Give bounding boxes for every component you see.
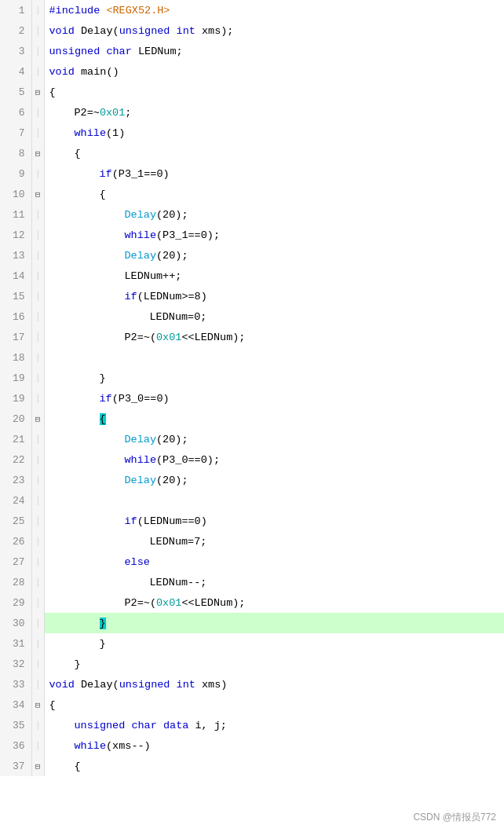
line-number: 14 [0, 266, 31, 286]
fold-indicator: │ [31, 245, 44, 266]
fold-indicator: │ [31, 552, 44, 572]
fold-indicator: │ [31, 102, 44, 123]
fold-indicator: │ [31, 449, 44, 470]
fold-indicator: │ [31, 286, 44, 306]
fold-indicator: │ [31, 674, 44, 695]
code-line: while(P3_1==0); [44, 225, 504, 245]
line-number: 30 [0, 613, 31, 633]
code-line: } [44, 633, 504, 654]
code-line: P2=~(0x01<<LEDNum); [44, 592, 504, 613]
code-line: LEDNum++; [44, 266, 504, 286]
code-line: if(LEDNum>=8) [44, 286, 504, 306]
fold-indicator[interactable]: ⊟ [31, 695, 44, 715]
fold-indicator: │ [31, 388, 44, 409]
line-number: 27 [0, 552, 31, 572]
line-number: 7 [0, 123, 31, 143]
code-line: { [44, 409, 504, 429]
line-number: 36 [0, 735, 31, 756]
code-line: while(1) [44, 123, 504, 143]
line-number: 29 [0, 592, 31, 613]
code-line: #include <REGX52.H> [44, 0, 504, 20]
line-number: 13 [0, 245, 31, 266]
code-line: LEDNum--; [44, 572, 504, 592]
line-number: 26 [0, 531, 31, 552]
fold-indicator: │ [31, 61, 44, 82]
fold-indicator: │ [31, 633, 44, 654]
code-line: while(xms--) [44, 735, 504, 756]
fold-indicator: │ [31, 592, 44, 613]
line-number: 11 [0, 204, 31, 225]
fold-indicator: │ [31, 715, 44, 735]
fold-indicator: │ [31, 654, 44, 674]
code-line: } [44, 368, 504, 388]
code-line: Delay(20); [44, 429, 504, 449]
line-number: 6 [0, 102, 31, 123]
code-line: Delay(20); [44, 470, 504, 490]
line-number: 33 [0, 674, 31, 695]
code-line: } [44, 613, 504, 633]
fold-indicator: │ [31, 225, 44, 245]
line-number: 16 [0, 306, 31, 327]
line-number: 23 [0, 470, 31, 490]
code-line: if(P3_1==0) [44, 163, 504, 184]
code-line: void main() [44, 61, 504, 82]
line-number: 34 [0, 695, 31, 715]
code-line: if(P3_0==0) [44, 388, 504, 409]
line-number: 28 [0, 572, 31, 592]
fold-indicator: │ [31, 429, 44, 449]
code-table: 1│#include <REGX52.H>2│void Delay(unsign… [0, 0, 504, 776]
fold-indicator: │ [31, 490, 44, 511]
fold-indicator: │ [31, 735, 44, 756]
code-line: unsigned char LEDNum; [44, 41, 504, 61]
fold-indicator: │ [31, 163, 44, 184]
line-number: 21 [0, 429, 31, 449]
fold-indicator[interactable]: ⊟ [31, 184, 44, 204]
code-line: { [44, 184, 504, 204]
code-line [44, 347, 504, 368]
code-line: if(LEDNum==0) [44, 511, 504, 531]
line-number: 24 [0, 490, 31, 511]
code-line: P2=~0x01; [44, 102, 504, 123]
code-editor: 1│#include <REGX52.H>2│void Delay(unsign… [0, 0, 504, 832]
fold-indicator: │ [31, 266, 44, 286]
line-number: 8 [0, 143, 31, 163]
fold-indicator: │ [31, 0, 44, 20]
fold-indicator[interactable]: ⊟ [31, 756, 44, 776]
code-line: LEDNum=0; [44, 306, 504, 327]
code-line: { [44, 756, 504, 776]
line-number: 15 [0, 286, 31, 306]
fold-indicator: │ [31, 347, 44, 368]
line-number: 3 [0, 41, 31, 61]
code-line: } [44, 654, 504, 674]
code-line: P2=~(0x01<<LEDNum); [44, 327, 504, 347]
line-number: 4 [0, 61, 31, 82]
fold-indicator: │ [31, 41, 44, 61]
fold-indicator: │ [31, 368, 44, 388]
fold-indicator: │ [31, 613, 44, 633]
fold-indicator: │ [31, 470, 44, 490]
fold-indicator[interactable]: ⊟ [31, 409, 44, 429]
line-number: 10 [0, 184, 31, 204]
fold-indicator[interactable]: ⊟ [31, 82, 44, 102]
fold-indicator[interactable]: ⊟ [31, 143, 44, 163]
line-number: 31 [0, 633, 31, 654]
code-line: else [44, 552, 504, 572]
line-number: 20 [0, 409, 31, 429]
line-number: 5 [0, 82, 31, 102]
line-number: 35 [0, 715, 31, 735]
line-number: 12 [0, 225, 31, 245]
fold-indicator: │ [31, 204, 44, 225]
fold-indicator: │ [31, 20, 44, 41]
fold-indicator: │ [31, 123, 44, 143]
line-number: 19 [0, 388, 31, 409]
code-line: void Delay(unsigned int xms) [44, 674, 504, 695]
fold-indicator: │ [31, 327, 44, 347]
line-number: 22 [0, 449, 31, 470]
line-number: 37 [0, 756, 31, 776]
fold-indicator: │ [31, 572, 44, 592]
fold-indicator: │ [31, 511, 44, 531]
line-number: 2 [0, 20, 31, 41]
line-number: 25 [0, 511, 31, 531]
code-line: Delay(20); [44, 245, 504, 266]
line-number: 32 [0, 654, 31, 674]
